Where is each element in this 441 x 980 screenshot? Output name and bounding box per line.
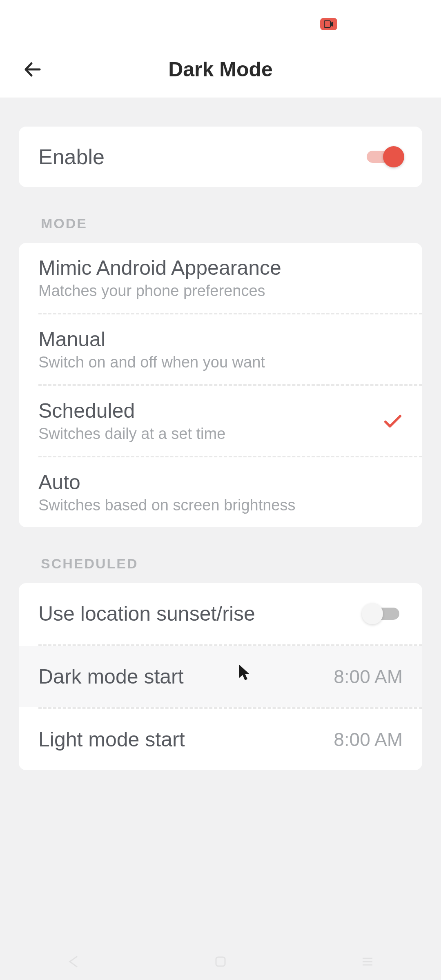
dark-mode-start-value: 8:00 AM [334, 666, 403, 688]
scheduled-section-header: SCHEDULED [19, 527, 422, 583]
mode-card: Mimic Android Appearance Matches your ph… [19, 243, 422, 527]
enable-toggle[interactable] [363, 148, 403, 166]
option-title: Manual [38, 327, 265, 351]
enable-label: Enable [38, 145, 105, 169]
scheduled-card: Use location sunset/rise Dark mode start… [19, 583, 422, 770]
settings-content: Enable MODE Mimic Android Appearance Mat… [0, 98, 441, 770]
svg-rect-1 [216, 957, 225, 966]
status-bar [0, 0, 441, 41]
nav-recent-icon[interactable] [361, 955, 374, 969]
option-subtitle: Matches your phone preferences [38, 282, 281, 300]
light-mode-start-value: 8:00 AM [334, 728, 403, 751]
light-mode-start-row[interactable]: Light mode start 8:00 AM [19, 709, 422, 770]
mode-option-scheduled[interactable]: Scheduled Switches daily at a set time [19, 386, 422, 456]
enable-card: Enable [19, 127, 422, 187]
option-title: Auto [38, 470, 295, 494]
option-subtitle: Switches daily at a set time [38, 425, 225, 443]
option-subtitle: Switches based on screen brightness [38, 497, 295, 514]
dark-mode-start-label: Dark mode start [38, 665, 184, 688]
page-header: Dark Mode [0, 41, 441, 98]
page-title: Dark Mode [0, 58, 441, 81]
nav-home-icon[interactable] [214, 955, 227, 969]
mode-option-manual[interactable]: Manual Switch on and off when you want [19, 314, 422, 384]
dark-mode-start-row[interactable]: Dark mode start 8:00 AM [19, 646, 422, 707]
nav-back-icon[interactable] [67, 955, 80, 969]
light-mode-start-label: Light mode start [38, 728, 185, 751]
svg-rect-0 [324, 21, 330, 27]
mode-option-auto[interactable]: Auto Switches based on screen brightness [19, 457, 422, 527]
mode-section-header: MODE [19, 187, 422, 243]
android-nav-bar [0, 943, 441, 980]
mode-option-mimic[interactable]: Mimic Android Appearance Matches your ph… [19, 243, 422, 313]
use-location-toggle[interactable] [363, 605, 403, 623]
use-location-row[interactable]: Use location sunset/rise [19, 583, 422, 644]
option-subtitle: Switch on and off when you want [38, 354, 265, 371]
back-button[interactable] [20, 57, 45, 82]
use-location-label: Use location sunset/rise [38, 602, 255, 626]
option-title: Scheduled [38, 399, 225, 423]
checkmark-icon [383, 413, 403, 429]
enable-row[interactable]: Enable [19, 127, 422, 187]
screen-recording-icon [320, 18, 337, 30]
option-title: Mimic Android Appearance [38, 256, 281, 280]
arrow-left-icon [22, 58, 44, 80]
